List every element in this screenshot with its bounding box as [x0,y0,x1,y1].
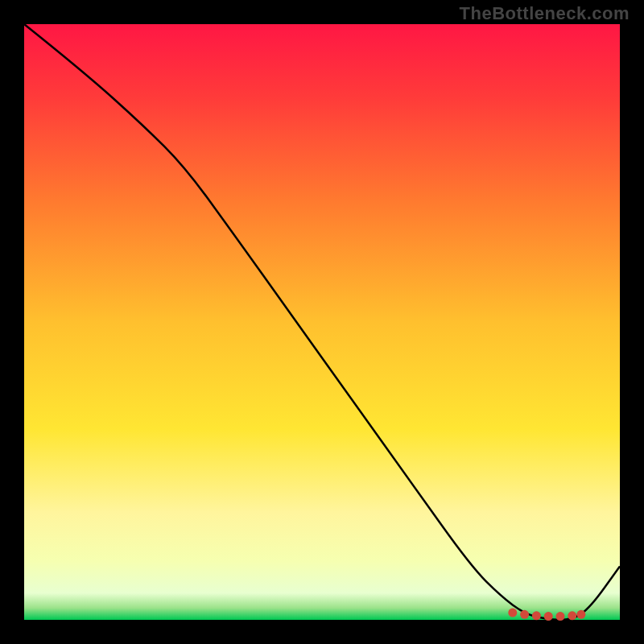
highlight-marker [532,611,541,620]
watermark-text: TheBottleneck.com [460,3,630,24]
highlight-marker [508,609,517,617]
bottleneck-chart [0,0,644,644]
highlight-marker [544,612,553,621]
highlight-marker [576,610,585,619]
highlight-marker [568,611,576,620]
highlight-marker [520,610,529,619]
chart-container: TheBottleneck.com [0,0,644,644]
plot-background [24,24,620,620]
highlight-marker [556,612,565,621]
